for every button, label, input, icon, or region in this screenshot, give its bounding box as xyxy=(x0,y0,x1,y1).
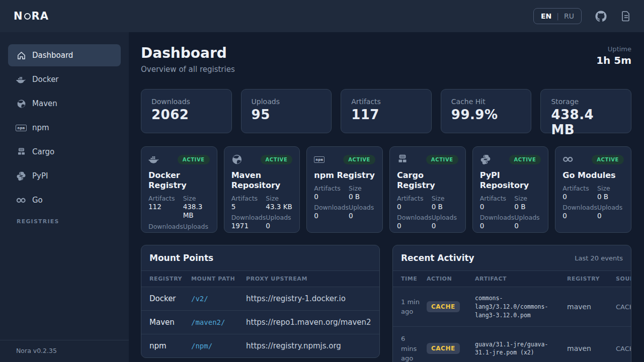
docker-icon xyxy=(148,154,159,165)
table-row: 6 mins ago CACHE guava/31.1-jre/guava-31… xyxy=(393,327,631,362)
stat-value: 95 xyxy=(252,107,321,122)
artifacts-label: Artifacts xyxy=(397,195,432,203)
artifacts-label: Artifacts xyxy=(314,185,349,193)
mount-points-title: Mount Points xyxy=(149,253,213,263)
size-value: 0 B xyxy=(514,203,541,212)
table-row: 1 min ago CACHE commons-lang3/3.12.0/com… xyxy=(393,287,631,327)
status-badge: ACTIVE xyxy=(343,155,375,164)
stat-label: Artifacts xyxy=(351,98,421,106)
size-label: Size xyxy=(183,195,210,203)
stats-row: Downloads 2062 Uploads 95 Artifacts 117 … xyxy=(141,89,631,133)
registry-card-docker[interactable]: ACTIVE Docker Registry Artifacts112 Size… xyxy=(141,146,217,233)
navbar-controls: EN | RU xyxy=(533,8,632,24)
recent-activity-title: Recent Activity xyxy=(401,253,474,263)
sidebar-item-dashboard[interactable]: Dashboard xyxy=(8,44,121,66)
artifacts-label: Artifacts xyxy=(231,195,266,203)
sidebar-item-label: Dashboard xyxy=(32,51,73,60)
artifacts-label: Artifacts xyxy=(148,195,183,203)
uploads-value: 0 xyxy=(266,222,292,231)
stat-value: 2062 xyxy=(151,107,221,122)
navbar: NRA EN | RU xyxy=(0,0,644,32)
page-header: Dashboard Overview of all registries Upt… xyxy=(141,45,631,74)
python-icon xyxy=(16,171,26,181)
uploads-label: Uploads xyxy=(266,214,292,222)
globe-icon xyxy=(16,99,26,109)
size-label: Size xyxy=(597,185,624,193)
table-row: Maven /maven2/ https://repo1.maven.org/m… xyxy=(141,311,379,334)
activity-registry: maven xyxy=(567,327,616,362)
lang-en-button[interactable]: EN xyxy=(541,12,551,20)
language-toggle[interactable]: EN | RU xyxy=(533,8,582,24)
registry-card-go[interactable]: ACTIVE Go Modules Artifacts0 Size0 B Dow… xyxy=(555,146,631,233)
size-label: Size xyxy=(349,185,375,193)
activity-registry: maven xyxy=(567,287,616,327)
registry-name: PyPI Repository xyxy=(480,170,541,191)
lang-ru-button[interactable]: RU xyxy=(564,12,574,20)
recent-activity-panel: Recent Activity Last 20 events TIME ACTI… xyxy=(392,245,631,362)
registry-name: Docker Registry xyxy=(148,170,210,191)
cargo-icon xyxy=(397,154,408,165)
registry-card-maven[interactable]: ACTIVE Maven Repository Artifacts5 Size4… xyxy=(224,146,300,233)
activity-time: 1 min ago xyxy=(393,287,427,327)
stat-card-downloads: Downloads 2062 xyxy=(141,89,232,133)
size-value: 0 B xyxy=(349,193,375,202)
action-badge: CACHE xyxy=(427,343,460,354)
go-icon xyxy=(562,154,574,165)
sidebar-item-npm[interactable]: npm npm xyxy=(8,117,121,139)
downloads-label: Downloads xyxy=(148,223,183,231)
sidebar-item-label: PyPI xyxy=(32,171,48,180)
table-row: Docker /v2/ https://registry-1.docker.io xyxy=(141,287,379,311)
sidebar-item-pypi[interactable]: PyPI xyxy=(8,165,121,187)
sidebar-item-maven[interactable]: Maven xyxy=(8,93,121,115)
status-badge: ACTIVE xyxy=(178,155,210,164)
downloads-label: Downloads xyxy=(480,214,515,222)
github-icon[interactable] xyxy=(595,10,607,22)
size-value: 0 B xyxy=(597,193,624,202)
activity-artifact: commons-lang3/3.12.0/commons-lang3-3.12.… xyxy=(475,287,567,327)
recent-activity-table: TIME ACTION ARTIFACT REGISTRY SOURCE 1 m… xyxy=(393,271,631,362)
stat-value: 438.4 MB xyxy=(551,107,621,137)
mount-points-panel: Mount Points REGISTRY MOUNT PATH PROXY U… xyxy=(141,245,380,358)
table-row: npm /npm/ https://registry.npmjs.org xyxy=(141,334,379,358)
events-count-label: Last 20 events xyxy=(575,254,623,262)
sidebar-item-label: Go xyxy=(32,196,43,205)
registry-card-cargo[interactable]: ACTIVE Cargo Registry Artifacts0 Size0 B… xyxy=(389,146,466,233)
stat-card-storage: Storage 438.4 MB xyxy=(540,89,631,133)
mount-points-table: REGISTRY MOUNT PATH PROXY UPSTREAM Docke… xyxy=(141,271,379,357)
status-badge: ACTIVE xyxy=(592,155,624,164)
npm-icon: npm xyxy=(16,123,26,133)
artifacts-label: Artifacts xyxy=(480,195,515,203)
downloads-label: Downloads xyxy=(231,214,266,222)
sidebar-item-docker[interactable]: Docker xyxy=(8,68,121,90)
sidebar-item-go[interactable]: Go xyxy=(8,189,121,211)
sidebar-item-label: Maven xyxy=(32,99,57,108)
column-header-mount-path: MOUNT PATH xyxy=(191,271,246,287)
status-badge: ACTIVE xyxy=(261,155,293,164)
size-label: Size xyxy=(266,195,292,203)
stat-label: Uploads xyxy=(252,98,321,106)
stat-card-uploads: Uploads 95 xyxy=(241,89,332,133)
action-badge: CACHE xyxy=(427,301,460,312)
downloads-value: 0 xyxy=(314,212,349,221)
artifacts-value: 0 xyxy=(314,193,349,202)
app-version: Nora v0.2.35 xyxy=(0,340,129,362)
mount-registry: Maven xyxy=(141,311,191,334)
registry-name: npm Registry xyxy=(314,170,375,180)
registry-card-pypi[interactable]: ACTIVE PyPI Repository Artifacts0 Size0 … xyxy=(472,146,549,233)
downloads-value: 0 xyxy=(562,212,597,221)
logo-o-circle xyxy=(24,13,31,20)
registry-card-npm[interactable]: npm ACTIVE npm Registry Artifacts0 Size0… xyxy=(306,146,383,233)
sidebar-item-cargo[interactable]: Cargo xyxy=(8,141,121,163)
size-value: 43.3 KB xyxy=(266,203,292,212)
registry-grid: ACTIVE Docker Registry Artifacts112 Size… xyxy=(141,146,631,233)
globe-icon xyxy=(231,154,243,165)
column-header-registry: REGISTRY xyxy=(141,271,191,287)
column-header-action: ACTION xyxy=(427,271,475,287)
stat-value: 99.9% xyxy=(451,107,521,122)
downloads-value: 91 xyxy=(148,231,183,233)
sidebar-item-label: Docker xyxy=(32,75,59,84)
downloads-label: Downloads xyxy=(314,204,349,212)
stat-label: Storage xyxy=(551,98,621,106)
docs-icon[interactable] xyxy=(620,10,632,22)
activity-time: 6 mins ago xyxy=(393,327,427,362)
